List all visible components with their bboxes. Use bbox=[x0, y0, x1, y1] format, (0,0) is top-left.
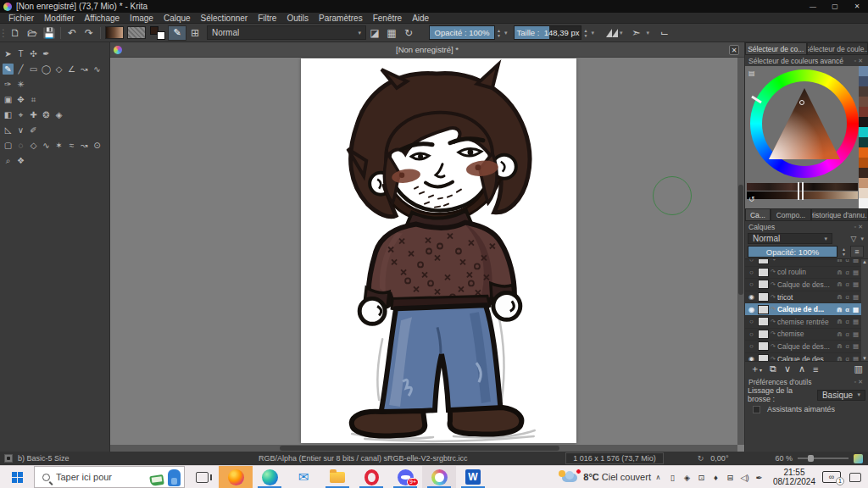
brush-editor-button[interactable]: ✎ bbox=[168, 25, 186, 41]
freehand-brush-tool[interactable]: ✎ bbox=[3, 64, 14, 75]
history-swatch[interactable] bbox=[859, 147, 868, 158]
visibility-eye-icon[interactable]: ○ bbox=[747, 330, 756, 338]
wrap-around-button[interactable]: ⌙ bbox=[656, 25, 673, 41]
opacity-spinner[interactable]: ▲▼ bbox=[495, 28, 503, 38]
brush-preset-thumbnail[interactable] bbox=[4, 454, 13, 463]
multibrush-tool[interactable]: ✳ bbox=[15, 79, 26, 90]
weather-desc[interactable]: Ciel couvert bbox=[602, 472, 651, 482]
taskbar-opera[interactable] bbox=[354, 466, 388, 488]
selector-settings-icon[interactable]: ▤ bbox=[748, 69, 755, 77]
history-swatch[interactable] bbox=[859, 168, 868, 178]
gamut-warning-icon[interactable] bbox=[854, 454, 863, 463]
layer-opacity-spinner[interactable]: ▲▼ bbox=[840, 247, 848, 257]
weather-icon[interactable] bbox=[560, 471, 579, 483]
mirror-horizontal-button[interactable] bbox=[606, 29, 618, 37]
layer-list-scrollbar[interactable]: ▲ ▼ bbox=[861, 259, 868, 361]
menu-aide[interactable]: Aide bbox=[407, 14, 434, 23]
measure-tool[interactable]: ◺ bbox=[3, 125, 14, 136]
brush-presets-button[interactable]: ⊞ bbox=[186, 25, 203, 41]
touch-keyboard-icon[interactable]: ∞ 1 bbox=[822, 471, 841, 483]
pattern-swatch[interactable] bbox=[127, 26, 146, 39]
duplicate-layer-button[interactable]: ⧉ bbox=[770, 363, 776, 374]
polygonal-select-tool[interactable]: ◇ bbox=[28, 140, 39, 151]
history-swatch[interactable] bbox=[859, 178, 868, 188]
tab-calques[interactable]: Ca... bbox=[745, 208, 771, 221]
display-icon[interactable]: ⊡ bbox=[694, 473, 709, 482]
tab-color-selector-2[interactable]: Sélecteur de coule... bbox=[807, 42, 868, 55]
layer-row[interactable]: ◉ ↷ tricot ⋒ α ▦ bbox=[745, 291, 861, 304]
similar-color-select-tool[interactable]: ≈ bbox=[66, 140, 77, 151]
taskbar-mail[interactable]: ✉ bbox=[287, 466, 320, 488]
taskbar-search-input[interactable]: Taper ici pour bbox=[34, 466, 185, 488]
shade-strip-1[interactable] bbox=[747, 183, 858, 191]
crop-tool[interactable]: ⌗ bbox=[28, 94, 39, 105]
elliptical-select-tool[interactable]: ◌ bbox=[15, 140, 26, 151]
preserve-alpha-button[interactable]: ▦ bbox=[383, 25, 400, 41]
freehand-select-tool[interactable]: ∿ bbox=[41, 140, 52, 151]
layer-row[interactable]: ◉ ↷ Calque de des... ⋒ α ▦ bbox=[745, 353, 861, 361]
taskbar-explorer[interactable] bbox=[320, 466, 354, 488]
dynamic-brush-tool[interactable]: ✑ bbox=[3, 79, 14, 90]
contiguous-select-tool[interactable]: ✶ bbox=[53, 140, 64, 151]
layer-blend-mode-dropdown[interactable]: Normal ▾ bbox=[748, 233, 832, 244]
start-button[interactable] bbox=[0, 466, 34, 488]
opacity-options-arrow[interactable]: ▾ bbox=[503, 30, 509, 36]
menu-affichage[interactable]: Affichage bbox=[80, 14, 125, 23]
brush-smoothing-dropdown[interactable]: Basique ▾ bbox=[817, 390, 865, 401]
polyline-tool[interactable]: ∠ bbox=[66, 64, 77, 75]
taskbar-discord[interactable]: 9+ bbox=[388, 466, 422, 488]
visibility-eye-icon[interactable]: ○ bbox=[747, 280, 756, 288]
minimize-button[interactable]: — bbox=[802, 0, 824, 13]
history-swatch[interactable] bbox=[859, 117, 868, 127]
bezier-select-tool[interactable]: ↝ bbox=[79, 140, 90, 151]
reload-preset-button[interactable]: ↻ bbox=[400, 25, 417, 41]
zoom-percentage[interactable]: 60 % bbox=[775, 454, 793, 463]
move-tool[interactable]: ✥ bbox=[15, 94, 26, 105]
rotation-reset-icon[interactable]: ↻ bbox=[698, 454, 704, 463]
assistants-tool[interactable]: ∨ bbox=[15, 125, 26, 136]
close-docker-icon[interactable]: ✕ bbox=[858, 58, 865, 64]
layer-properties-button[interactable]: ≡ bbox=[850, 246, 864, 258]
polygon-tool[interactable]: ◇ bbox=[53, 64, 64, 75]
ellipse-tool[interactable]: ◯ bbox=[41, 64, 52, 75]
document-tab[interactable]: [Non enregistré] * ✕ bbox=[110, 42, 744, 58]
magnetic-select-tool[interactable]: ⊙ bbox=[92, 140, 103, 151]
canvas-horizontal-scrollbar[interactable] bbox=[110, 445, 737, 452]
smart-patch-tool[interactable]: ✚ bbox=[28, 109, 39, 120]
menu-filtre[interactable]: Filtre bbox=[253, 14, 281, 23]
layer-props-button[interactable]: ≡ bbox=[813, 364, 818, 374]
history-swatch[interactable] bbox=[859, 66, 868, 76]
calligraphy-tool[interactable]: ✒ bbox=[41, 48, 52, 59]
close-docker-icon[interactable]: ✕ bbox=[858, 379, 865, 385]
zoom-slider[interactable] bbox=[798, 458, 849, 459]
save-button[interactable]: 💾 bbox=[41, 25, 58, 41]
history-swatch[interactable] bbox=[859, 97, 868, 107]
layer-row[interactable]: ○ ↷ Calque de des... ⋒ α ▦ bbox=[745, 279, 861, 291]
undo-button[interactable]: ↶ bbox=[64, 25, 81, 41]
eraser-mode-button[interactable]: ◪ bbox=[366, 25, 383, 41]
history-swatch[interactable] bbox=[859, 86, 868, 97]
layer-opacity-slider[interactable]: Opacité: 100% bbox=[748, 246, 837, 258]
tab-color-selector[interactable]: Sélecteur de co... bbox=[745, 42, 807, 55]
layer-row-selected[interactable]: ◉ ↷ Calque de d... ⋒ α ▦ bbox=[745, 303, 861, 316]
color-sampler-tool[interactable]: ⌖ bbox=[15, 109, 26, 120]
tray-chevron-icon[interactable]: ∧ bbox=[651, 474, 665, 481]
open-document-button[interactable]: 🗁 bbox=[24, 25, 41, 41]
menu-image[interactable]: Image bbox=[125, 14, 159, 23]
move-layer-down-button[interactable]: ∨ bbox=[784, 363, 791, 374]
history-swatch[interactable] bbox=[859, 158, 868, 168]
microphone-icon[interactable]: ♦ bbox=[709, 473, 723, 482]
history-swatch[interactable] bbox=[859, 188, 868, 198]
rectangle-tool[interactable]: ▭ bbox=[28, 64, 39, 75]
taskbar-krita[interactable] bbox=[422, 466, 456, 488]
line-tool[interactable]: ╱ bbox=[15, 64, 26, 75]
selector-reset-icon[interactable]: ↺ bbox=[748, 195, 755, 203]
fill-tool[interactable]: ◈ bbox=[53, 109, 64, 120]
cast-icon[interactable]: ⊟ bbox=[723, 473, 737, 482]
text-tool[interactable]: T bbox=[15, 48, 26, 59]
history-swatch[interactable] bbox=[859, 127, 868, 137]
layer-row[interactable]: ○ ↷ Calque de des... ⋒ α ▦ bbox=[745, 341, 861, 353]
layer-row[interactable]: ○ ↷ ⋒ α ▦ bbox=[745, 258, 861, 267]
taskbar-word[interactable]: W bbox=[456, 466, 490, 488]
colorspace-info[interactable]: RGB/Alpha (Entier sur 8 bits / canal) sR… bbox=[259, 454, 468, 463]
